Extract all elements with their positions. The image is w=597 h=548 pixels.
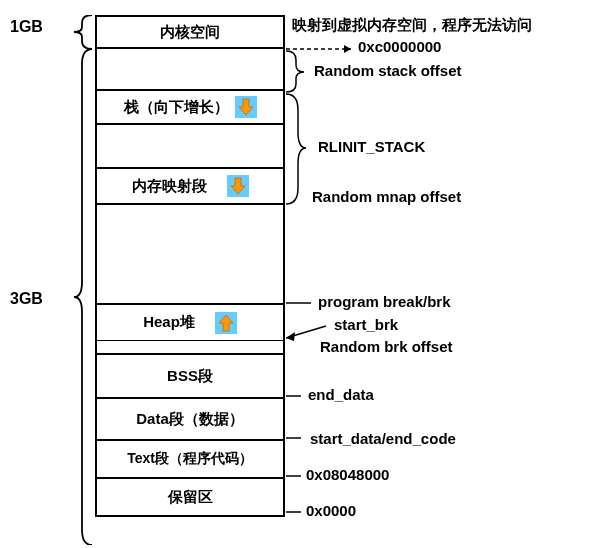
seg-mmap: 内存映射段 [97, 169, 283, 205]
label-1gb: 1GB [10, 18, 43, 36]
ann-rand-brk: Random brk offset [320, 338, 453, 355]
seg-kernel-label: 内核空间 [160, 23, 220, 42]
seg-bss: BSS段 [97, 355, 283, 399]
seg-stack-offset-gap [97, 49, 283, 91]
label-3gb: 3GB [10, 290, 43, 308]
memory-column: 内核空间 栈（向下增长） 内存映射段 Heap堆 BSS段 [95, 15, 285, 517]
ann-end-data: end_data [308, 386, 374, 403]
ann-addr-text: 0x08048000 [306, 466, 389, 483]
seg-brk-offset-gap [97, 341, 283, 355]
memory-layout-diagram: 1GB 3GB 内核空间 栈（向下增长） 内存映射段 Heap堆 [10, 10, 587, 538]
seg-stack-label: 栈（向下增长） [124, 98, 229, 117]
ann-addr-zero: 0x0000 [306, 502, 356, 519]
svg-marker-1 [344, 45, 351, 53]
arrow-down-icon [227, 175, 249, 197]
ann-kernel-note: 映射到虚拟内存空间，程序无法访问 [292, 16, 532, 35]
ann-rand-stack: Random stack offset [314, 62, 462, 79]
svg-marker-4 [286, 332, 295, 341]
brace-3gb [44, 49, 94, 545]
seg-reserved-label: 保留区 [168, 488, 213, 507]
svg-line-3 [286, 326, 326, 338]
ann-start-brk: start_brk [334, 316, 398, 333]
ann-addr-kernel: 0xc0000000 [358, 38, 441, 55]
brace-1gb [44, 15, 94, 49]
seg-mmap-heap-gap [97, 205, 283, 305]
seg-data-label: Data段（数据） [136, 410, 244, 429]
seg-stack: 栈（向下增长） [97, 91, 283, 125]
seg-mmap-label: 内存映射段 [132, 177, 207, 196]
seg-rlimit-gap [97, 125, 283, 169]
seg-kernel: 内核空间 [97, 17, 283, 49]
seg-heap-label: Heap堆 [143, 313, 195, 332]
seg-text: Text段（程序代码） [97, 441, 283, 479]
arrow-down-icon [235, 96, 257, 118]
seg-heap: Heap堆 [97, 305, 283, 341]
arrow-up-icon [215, 312, 237, 334]
seg-text-label: Text段（程序代码） [127, 450, 253, 468]
ann-brk-top: program break/brk [318, 293, 451, 310]
ann-rand-mmap: Random mnap offset [312, 188, 461, 205]
seg-reserved: 保留区 [97, 479, 283, 515]
seg-data: Data段（数据） [97, 399, 283, 441]
ann-rlimit: RLINIT_STACK [318, 138, 425, 155]
seg-bss-label: BSS段 [167, 367, 213, 386]
ann-start-data: start_data/end_code [310, 430, 456, 447]
